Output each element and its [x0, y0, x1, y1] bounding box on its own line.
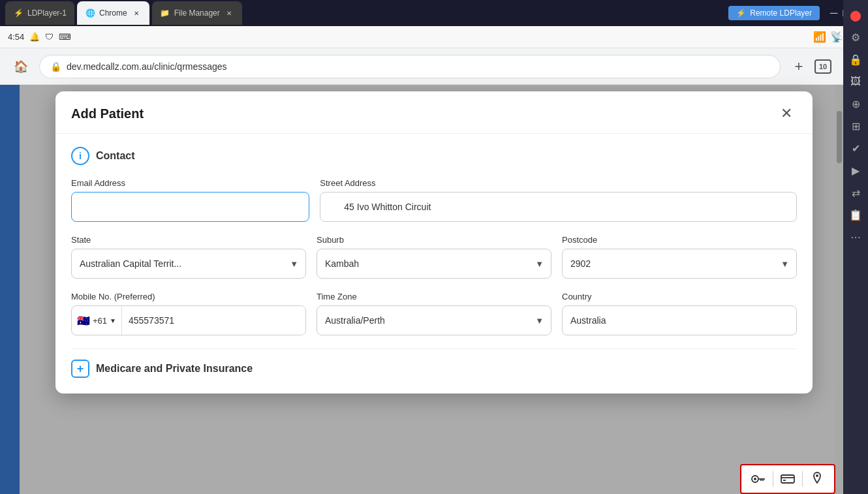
remote-ldplayer-button[interactable]: ⚡ Remote LDPlayer [728, 6, 820, 20]
sidebar-icon-red[interactable]: ⬤ [846, 5, 865, 25]
sidebar-icon-transfer[interactable]: ⇄ [846, 183, 865, 202]
tab-chrome-label: Chrome [99, 8, 127, 18]
address-url: dev.medcallz.com.au/clinic/qrmessages [67, 61, 769, 72]
remote-ldplayer-icon: ⚡ [736, 8, 746, 18]
status-bar: 4:54 🔔 🛡 ⌨ 📶 📡 🔋 [0, 26, 868, 48]
state-select[interactable]: Australian Capital Territ... New South W… [71, 249, 306, 279]
tab-count-badge[interactable]: 10 [814, 59, 831, 74]
tab-filemanager-label: File Manager [174, 8, 220, 18]
sidebar-icon-lock[interactable]: 🔒 [846, 50, 865, 69]
country-display: Australia [562, 305, 797, 335]
state-select-wrapper: Australian Capital Territ... New South W… [71, 249, 306, 279]
modal-header: Add Patient ✕ [55, 91, 813, 134]
contact-row-3: Mobile No. (Preferred) 🇦🇺 +61 ▼ Time Zon… [71, 292, 797, 335]
clock: 4:54 [8, 32, 24, 42]
address-security-icon: 🔒 [50, 61, 61, 72]
suburb-select[interactable]: Kambah [317, 249, 551, 279]
toolbar-divider-1 [773, 471, 773, 487]
contact-section-header: i Contact [71, 147, 797, 165]
card-tool-button[interactable] [776, 469, 799, 489]
country-form-group: Country Australia [562, 292, 797, 335]
phone-country-code: +61 [93, 316, 107, 326]
timezone-select-wrapper: Australia/Perth Australia/Sydney Austral… [317, 305, 551, 335]
sidebar-icon-settings[interactable]: ⚙ [846, 27, 865, 47]
phone-dropdown-icon: ▼ [110, 317, 116, 324]
timezone-form-group: Time Zone Australia/Perth Australia/Sydn… [317, 292, 551, 335]
sidebar-icon-add[interactable]: ⊕ [846, 94, 865, 114]
sidebar-icon-image[interactable]: 🖼 [846, 72, 865, 91]
address-bar[interactable]: 🔒 dev.medcallz.com.au/clinic/qrmessages [39, 55, 781, 78]
timezone-label: Time Zone [317, 292, 551, 301]
postcode-select[interactable]: 2902 [562, 249, 797, 279]
svg-rect-5 [781, 475, 794, 483]
mobile-label: Mobile No. (Preferred) [71, 292, 306, 301]
address-bar-row: 🏠 🔒 dev.medcallz.com.au/clinic/qrmessage… [0, 48, 868, 85]
street-label: Street Address [320, 178, 797, 188]
street-form-group: Street Address 🔍 [320, 178, 797, 222]
tab-filemanager-close[interactable]: ✕ [224, 8, 234, 18]
right-sidebar: ⬤ ⚙ 🔒 🖼 ⊕ ⊞ ✔ ▶ ⇄ 📋 ⋯ [843, 0, 868, 494]
contact-section-title: Contact [96, 150, 135, 162]
new-tab-button[interactable]: + [788, 56, 809, 77]
tab-chrome-close[interactable]: ✕ [131, 8, 142, 18]
phone-input-wrapper: 🇦🇺 +61 ▼ [71, 305, 306, 335]
bottom-toolbar [740, 464, 835, 494]
phone-prefix[interactable]: 🇦🇺 +61 ▼ [72, 306, 122, 335]
sidebar-icon-grid[interactable]: ⊞ [846, 116, 865, 136]
suburb-form-group: Suburb Kambah ▼ [317, 235, 551, 279]
suburb-select-wrapper: Kambah ▼ [317, 249, 551, 279]
tab-chrome[interactable]: 🌐 Chrome ✕ [77, 1, 149, 25]
sidebar-icon-play[interactable]: ▶ [846, 161, 865, 180]
filemanager-icon: 📁 [160, 8, 170, 18]
sidebar-icon-more[interactable]: ⋯ [846, 227, 865, 247]
modal-title: Add Patient [71, 106, 144, 121]
main-area: Add Patient ✕ i Contact Email Address [0, 85, 868, 494]
tab-ldplayer[interactable]: ⚡ LDPlayer-1 [5, 1, 74, 25]
medicare-section-title: Medicare and Private Insurance [96, 363, 253, 375]
sidebar-icon-check[interactable]: ✔ [846, 138, 865, 158]
pin-tool-button[interactable] [805, 469, 829, 489]
toolbar-divider-2 [802, 471, 803, 487]
postcode-label: Postcode [562, 235, 797, 245]
wifi-icon: 📶 [813, 31, 826, 43]
remote-ldplayer-label: Remote LDPlayer [750, 8, 812, 18]
state-form-group: State Australian Capital Territ... New S… [71, 235, 306, 279]
mobile-form-group: Mobile No. (Preferred) 🇦🇺 +61 ▼ [71, 292, 306, 335]
svg-point-1 [754, 478, 756, 480]
modal-body: i Contact Email Address Street Address 🔍 [55, 134, 813, 394]
country-label: Country [562, 292, 797, 301]
tab-filemanager[interactable]: 📁 File Manager ✕ [152, 1, 242, 25]
ldplayer-icon: ⚡ [13, 8, 23, 18]
key-tool-button[interactable] [747, 469, 770, 489]
postcode-select-wrapper: 2902 ▼ [562, 249, 797, 279]
timezone-select[interactable]: Australia/Perth Australia/Sydney Austral… [317, 305, 551, 335]
street-search-wrapper: 🔍 [320, 192, 797, 222]
notification-icon: 🔔 [29, 32, 40, 42]
suburb-label: Suburb [317, 235, 551, 245]
au-flag-icon: 🇦🇺 [77, 315, 90, 327]
modal-overlay: Add Patient ✕ i Contact Email Address [0, 85, 868, 494]
email-label: Email Address [71, 178, 309, 188]
state-label: State [71, 235, 306, 245]
modal-close-button[interactable]: ✕ [776, 103, 797, 124]
add-patient-modal: Add Patient ✕ i Contact Email Address [55, 91, 813, 394]
tab-ldplayer-label: LDPlayer-1 [27, 8, 67, 18]
contact-row-1: Email Address Street Address 🔍 [71, 178, 797, 222]
home-button[interactable]: 🏠 [10, 56, 31, 77]
phone-number-input[interactable] [122, 306, 305, 335]
street-input[interactable] [320, 192, 797, 222]
medicare-expand-icon[interactable]: + [71, 360, 89, 378]
keyboard-icon: ⌨ [59, 32, 71, 42]
postcode-form-group: Postcode 2902 ▼ [562, 235, 797, 279]
contact-section-icon: i [71, 147, 89, 165]
window-minimize[interactable]: ─ [830, 7, 837, 20]
shield-icon: 🛡 [45, 32, 54, 42]
medicare-section-header: + Medicare and Private Insurance [71, 348, 797, 380]
chrome-icon: 🌐 [85, 8, 95, 18]
email-form-group: Email Address [71, 178, 309, 222]
sidebar-icon-clipboard[interactable]: 📋 [846, 205, 865, 224]
taskbar: ⚡ LDPlayer-1 🌐 Chrome ✕ 📁 File Manager ✕… [0, 0, 868, 26]
svg-point-8 [816, 474, 818, 477]
signal-icon: 📡 [830, 31, 843, 43]
email-input[interactable] [71, 192, 309, 222]
